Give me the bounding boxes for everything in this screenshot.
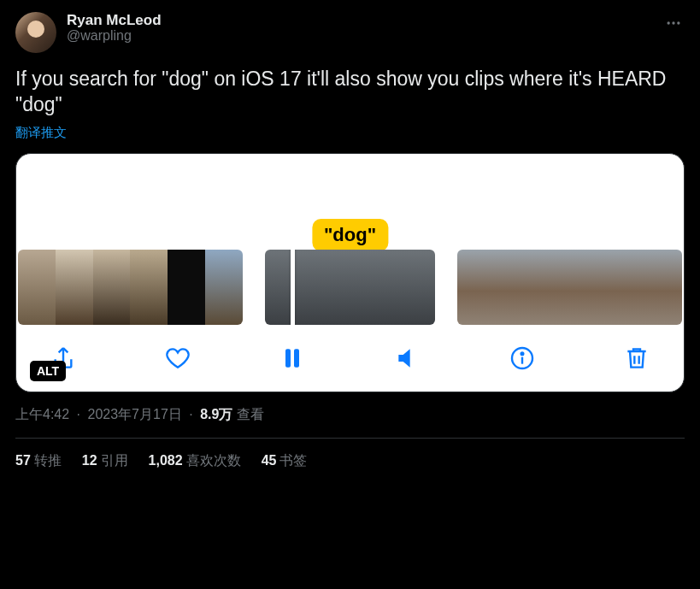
quotes-label: 引用 [101, 453, 128, 468]
retweets-label: 转推 [34, 453, 62, 468]
quotes-stat[interactable]: 12引用 [82, 452, 128, 470]
translate-link[interactable]: 翻译推文 [15, 125, 67, 141]
trash-icon[interactable] [619, 340, 655, 376]
bookmarks-label: 书签 [279, 453, 307, 468]
svg-point-6 [521, 352, 523, 355]
author-display-name[interactable]: Ryan McLeod [67, 12, 162, 29]
svg-point-0 [668, 21, 670, 24]
mute-icon[interactable] [390, 340, 426, 376]
views-count: 8.9万 [200, 407, 232, 421]
svg-point-2 [677, 21, 679, 24]
playhead[interactable] [291, 250, 295, 325]
tweet-meta: 上午4:42 · 2023年7月17日 · 8.9万 查看 [15, 406, 685, 424]
video-timeline [16, 250, 684, 325]
search-term-tooltip: "dog" [312, 219, 388, 251]
heart-icon[interactable] [160, 340, 196, 376]
svg-point-1 [672, 21, 674, 24]
engagement-bar: 57转推 12引用 1,082喜欢次数 45书签 [15, 452, 685, 470]
bookmarks-stat[interactable]: 45书签 [262, 452, 308, 470]
clip-thumbnail-group [265, 250, 435, 325]
divider [15, 438, 685, 439]
svg-rect-4 [294, 349, 299, 367]
tweet-time[interactable]: 上午4:42 [15, 407, 69, 421]
likes-stat[interactable]: 1,082喜欢次数 [149, 452, 241, 470]
tweet-text: If you search for "dog" on iOS 17 it'll … [15, 67, 685, 118]
avatar[interactable] [15, 12, 56, 53]
pause-icon[interactable] [274, 340, 310, 376]
likes-label: 喜欢次数 [186, 453, 241, 468]
likes-count: 1,082 [149, 453, 183, 468]
bookmarks-count: 45 [262, 453, 277, 468]
clip-thumbnail-group [18, 250, 243, 325]
author-handle[interactable]: @warpling [67, 28, 162, 44]
info-icon[interactable] [504, 340, 540, 376]
more-button[interactable] [659, 9, 688, 38]
clip-thumbnail-group [457, 250, 682, 325]
svg-rect-3 [285, 349, 291, 367]
retweets-stat[interactable]: 57转推 [15, 452, 62, 470]
media-attachment[interactable]: "dog" [15, 153, 685, 392]
alt-badge[interactable]: ALT [30, 361, 66, 381]
views-label: 查看 [237, 407, 264, 421]
retweets-count: 57 [15, 453, 31, 468]
tweet-date[interactable]: 2023年7月17日 [88, 407, 182, 421]
quotes-count: 12 [82, 453, 97, 468]
